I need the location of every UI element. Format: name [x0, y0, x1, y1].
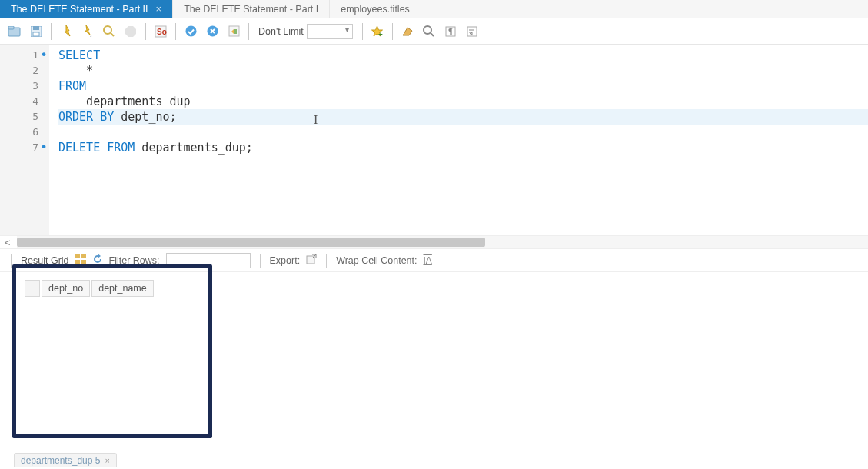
result-toolbar: Result Grid Filter Rows: Export: Wrap Ce…: [0, 249, 868, 272]
limit-label: Don't Limit: [258, 26, 304, 37]
word-wrap-button[interactable]: [462, 22, 482, 42]
code-content[interactable]: SELECT *FROM departments_dupORDER BY dep…: [49, 45, 868, 235]
table-header-row: dept_no dept_name: [25, 280, 154, 297]
svg-point-11: [185, 26, 196, 37]
result-grid-label: Result Grid: [21, 255, 69, 266]
separator: [248, 23, 249, 40]
line-number: 4: [0, 94, 49, 109]
code-line[interactable]: SELECT: [58, 48, 868, 63]
line-number-gutter: 1234567: [0, 45, 49, 235]
svg-rect-15: [229, 26, 239, 36]
svg-text:¶: ¶: [448, 27, 453, 36]
svg-line-19: [431, 33, 434, 36]
svg-rect-1: [8, 26, 14, 29]
svg-text:+: +: [378, 30, 383, 37]
column-header[interactable]: dept_name: [91, 280, 154, 297]
result-tab[interactable]: departments_dup 5 ×: [14, 453, 117, 467]
separator: [362, 23, 363, 40]
close-icon[interactable]: ×: [156, 3, 162, 15]
svg-rect-24: [81, 254, 86, 258]
svg-rect-23: [75, 254, 80, 258]
svg-text:So: So: [157, 28, 167, 36]
text-cursor-icon: I: [314, 113, 318, 127]
tab-delete-part-2[interactable]: The DELETE Statement - Part II ×: [0, 0, 173, 18]
svg-rect-3: [33, 26, 39, 30]
save-file-button[interactable]: [26, 22, 46, 42]
tab-label: The DELETE Statement - Part II: [11, 4, 148, 15]
filter-rows-input[interactable]: [166, 253, 251, 268]
toolbar: ↓ So Don't Limit + ¶: [0, 18, 868, 45]
toggle-output-button[interactable]: [224, 22, 244, 42]
export-icon[interactable]: [306, 254, 317, 267]
separator: [51, 23, 52, 40]
open-file-button[interactable]: [5, 22, 25, 42]
svg-rect-4: [33, 32, 39, 36]
line-number: 5: [0, 109, 49, 125]
svg-line-7: [111, 33, 114, 36]
editor-footer: <: [0, 235, 868, 249]
svg-rect-16: [234, 29, 237, 34]
code-line[interactable]: DELETE FROM departments_dup;: [58, 140, 868, 155]
find-button[interactable]: [419, 22, 439, 42]
filter-rows-label: Filter Rows:: [109, 255, 160, 266]
result-panel: dept_no dept_name departments_dup 5 ×: [0, 272, 868, 469]
beautify-button[interactable]: [397, 22, 417, 42]
commit-button[interactable]: So: [151, 22, 171, 42]
tab-employees-titles[interactable]: employees.titles: [330, 0, 421, 18]
row-header-blank: [25, 280, 40, 297]
svg-rect-25: [75, 260, 80, 264]
separator: [175, 23, 176, 40]
collapse-left-icon[interactable]: <: [5, 237, 11, 248]
explain-button[interactable]: [99, 22, 119, 42]
grid-view-icon[interactable]: [75, 254, 86, 267]
separator: [145, 23, 146, 40]
line-number: 7: [0, 140, 49, 155]
code-line[interactable]: departments_dup: [58, 94, 868, 109]
code-line[interactable]: *: [58, 63, 868, 78]
autocommit-on-button[interactable]: [181, 22, 201, 42]
code-line[interactable]: [58, 125, 868, 140]
result-grid[interactable]: dept_no dept_name: [23, 278, 155, 298]
sql-editor[interactable]: 1234567 SELECT *FROM departments_dupORDE…: [0, 45, 868, 235]
horizontal-scrollbar[interactable]: [17, 236, 868, 248]
svg-rect-26: [81, 260, 86, 264]
export-label: Export:: [270, 255, 301, 266]
limit-dropdown[interactable]: [307, 24, 353, 39]
scrollbar-thumb[interactable]: [17, 238, 485, 247]
line-number: 6: [0, 125, 49, 140]
favorite-button[interactable]: +: [367, 22, 387, 42]
svg-marker-8: [125, 26, 136, 37]
limit-rows-control: Don't Limit: [254, 24, 358, 39]
separator: [392, 23, 393, 40]
execute-current-button[interactable]: ↓: [78, 22, 98, 42]
stop-button[interactable]: [121, 22, 141, 42]
refresh-icon[interactable]: [92, 254, 103, 267]
result-tab-label: departments_dup 5: [21, 455, 100, 466]
execute-button[interactable]: [56, 22, 76, 42]
autocommit-off-button[interactable]: [202, 22, 222, 42]
line-number: 3: [0, 78, 49, 94]
code-line[interactable]: FROM: [58, 78, 868, 94]
svg-point-6: [104, 26, 111, 34]
line-number: 1: [0, 48, 49, 63]
wrap-cell-label: Wrap Cell Content:: [336, 255, 417, 266]
svg-text:↓: ↓: [89, 31, 93, 38]
line-number: 2: [0, 63, 49, 78]
column-header[interactable]: dept_no: [42, 280, 90, 297]
close-icon[interactable]: ×: [105, 456, 109, 465]
code-line[interactable]: ORDER BY dept_no;: [58, 109, 868, 125]
tab-delete-part-1[interactable]: The DELETE Statement - Part I: [173, 0, 330, 18]
tab-label: employees.titles: [341, 4, 410, 15]
svg-point-18: [424, 26, 431, 34]
tab-bar: The DELETE Statement - Part II × The DEL…: [0, 0, 868, 18]
wrap-cell-icon[interactable]: IA: [424, 255, 432, 266]
show-invisible-button[interactable]: ¶: [441, 22, 461, 42]
tab-label: The DELETE Statement - Part I: [184, 4, 318, 15]
